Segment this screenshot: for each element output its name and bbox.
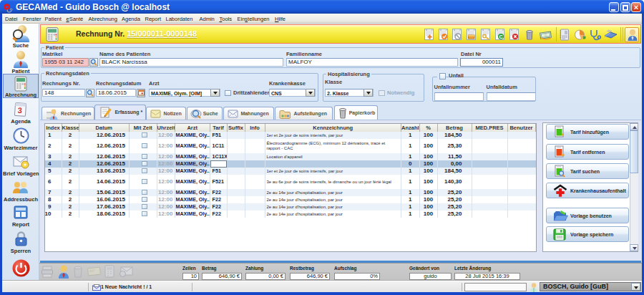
svg-text:3: 3: [17, 106, 22, 115]
svg-text:C: C: [499, 34, 503, 39]
